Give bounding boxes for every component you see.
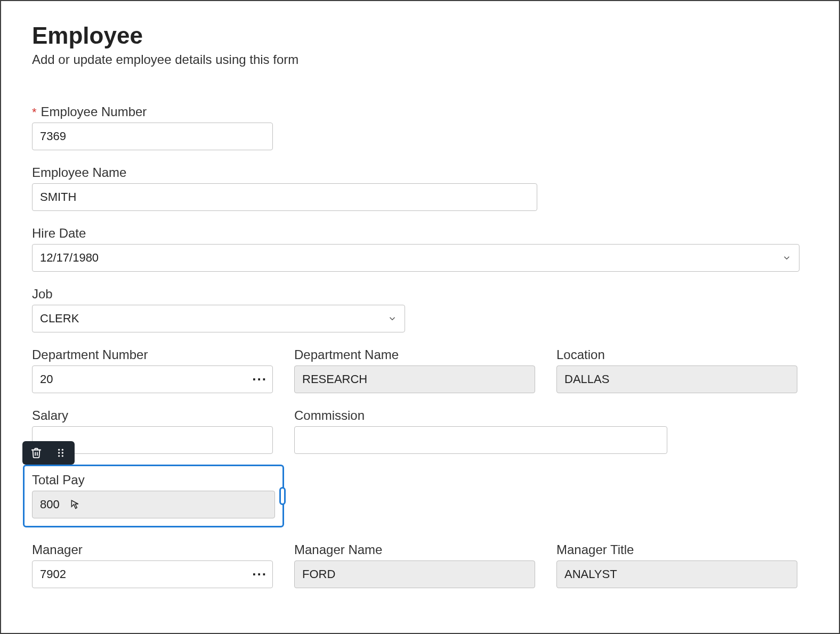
manager-title-label: Manager Title bbox=[556, 542, 634, 557]
location-value: DALLAS bbox=[564, 372, 609, 386]
department-name-label: Department Name bbox=[294, 347, 399, 362]
svg-point-3 bbox=[62, 452, 63, 453]
commission-input[interactable] bbox=[294, 426, 667, 454]
chevron-down-icon bbox=[782, 253, 791, 263]
department-name-output: RESEARCH bbox=[294, 365, 535, 393]
chevron-down-icon bbox=[387, 314, 397, 323]
department-name-field: Department Name RESEARCH bbox=[294, 347, 535, 393]
manager-title-field: Manager Title ANALYST bbox=[556, 542, 797, 588]
svg-point-4 bbox=[58, 455, 60, 457]
resize-handle[interactable] bbox=[279, 487, 286, 505]
commission-field: Commission bbox=[294, 408, 667, 454]
employee-form-region: Employee Add or update employee details … bbox=[0, 0, 840, 634]
department-number-input[interactable]: 20 ··· bbox=[32, 365, 273, 393]
employee-name-input[interactable]: SMITH bbox=[32, 183, 537, 211]
job-field: Job CLERK bbox=[32, 287, 405, 332]
lov-ellipsis-icon[interactable]: ··· bbox=[252, 372, 267, 386]
total-pay-value: 800 bbox=[40, 498, 60, 511]
hire-date-value: 12/17/1980 bbox=[40, 251, 99, 265]
job-select[interactable]: CLERK bbox=[32, 305, 405, 332]
manager-input[interactable]: 7902 ··· bbox=[32, 560, 273, 588]
page-title: Employee bbox=[32, 22, 808, 49]
manager-name-value: FORD bbox=[302, 567, 335, 581]
manager-title-value: ANALYST bbox=[564, 567, 617, 581]
location-field: Location DALLAS bbox=[556, 347, 797, 393]
delete-button[interactable] bbox=[29, 445, 44, 460]
cursor-icon bbox=[70, 499, 80, 509]
location-label: Location bbox=[556, 347, 605, 362]
employee-number-field: * Employee Number 7369 bbox=[32, 104, 273, 150]
manager-name-label: Manager Name bbox=[294, 542, 382, 557]
svg-point-1 bbox=[62, 449, 63, 451]
manager-value: 7902 bbox=[40, 567, 66, 581]
hire-date-label: Hire Date bbox=[32, 226, 86, 241]
employee-number-value: 7369 bbox=[40, 129, 66, 143]
employee-number-input[interactable]: 7369 bbox=[32, 123, 273, 150]
lov-ellipsis-icon[interactable]: ··· bbox=[252, 567, 267, 581]
hire-date-field: Hire Date 12/17/1980 bbox=[32, 226, 799, 272]
department-number-label: Department Number bbox=[32, 347, 148, 362]
total-pay-output: 800 bbox=[32, 491, 275, 518]
location-output: DALLAS bbox=[556, 365, 797, 393]
total-pay-selected-region[interactable]: Total Pay 800 bbox=[23, 465, 284, 527]
employee-name-field: Employee Name SMITH bbox=[32, 165, 537, 211]
hire-date-input[interactable]: 12/17/1980 bbox=[32, 244, 799, 272]
employee-name-label: Employee Name bbox=[32, 165, 126, 180]
job-value: CLERK bbox=[40, 312, 79, 326]
page-subtitle: Add or update employee details using thi… bbox=[32, 52, 808, 67]
department-name-value: RESEARCH bbox=[302, 372, 367, 386]
manager-name-output: FORD bbox=[294, 560, 535, 588]
trash-icon bbox=[30, 447, 42, 459]
department-number-field: Department Number 20 ··· bbox=[32, 347, 273, 393]
salary-label: Salary bbox=[32, 408, 68, 423]
job-label: Job bbox=[32, 287, 53, 302]
department-number-value: 20 bbox=[40, 372, 53, 386]
svg-point-5 bbox=[62, 455, 63, 457]
total-pay-label: Total Pay bbox=[32, 473, 275, 487]
svg-point-2 bbox=[58, 452, 60, 453]
employee-name-value: SMITH bbox=[40, 190, 76, 204]
employee-number-label: Employee Number bbox=[41, 104, 147, 119]
drag-dots-icon bbox=[55, 448, 66, 458]
manager-field: Manager 7902 ··· bbox=[32, 542, 273, 588]
commission-label: Commission bbox=[294, 408, 365, 423]
manager-title-output: ANALYST bbox=[556, 560, 797, 588]
manager-name-field: Manager Name FORD bbox=[294, 542, 535, 588]
drag-handle[interactable] bbox=[53, 445, 68, 460]
manager-label: Manager bbox=[32, 542, 83, 557]
required-star-icon: * bbox=[32, 107, 37, 118]
svg-point-0 bbox=[58, 449, 60, 451]
selection-toolbar bbox=[22, 441, 75, 465]
